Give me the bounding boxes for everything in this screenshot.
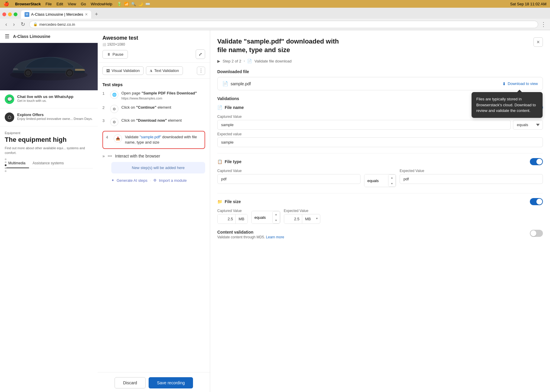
- expected-size-wrap: MB ▾: [284, 214, 321, 224]
- file-type-toggle[interactable]: [530, 158, 543, 165]
- stepper-2: ▲ ▼: [388, 174, 396, 187]
- expected-value-label-1: Expected value: [217, 132, 543, 136]
- mac-menubar: 🍎 BrowserStack File Edit View Go WindowH…: [0, 0, 550, 8]
- expected-size-unit: MB: [302, 214, 314, 224]
- breadcrumb-action: Validate file download: [254, 59, 292, 63]
- test-header: Awesome test ⬜ 1920×1080 ⏸ Pause ⤢: [98, 30, 210, 63]
- dots-icon: •••: [108, 154, 112, 158]
- unit-dropdown-icon[interactable]: ▾: [314, 214, 320, 224]
- pause-button[interactable]: ⏸ Pause: [102, 50, 128, 59]
- maximize-button[interactable]: [14, 12, 17, 16]
- stepper-down-3[interactable]: ▼: [273, 217, 280, 223]
- expected-size-input[interactable]: [284, 214, 302, 224]
- captured-value-input-1[interactable]: [217, 120, 511, 130]
- text-validation-label: Text Validation: [154, 68, 179, 73]
- interact-label: Interact with the browser: [115, 154, 160, 158]
- equipment-desc: Find out more about other available equi…: [5, 146, 93, 155]
- visual-icon: 🖼: [106, 69, 110, 73]
- discard-button[interactable]: Discard: [115, 377, 146, 388]
- moon-icon: 🌙: [138, 2, 143, 6]
- expected-value-input-1[interactable]: [217, 137, 543, 147]
- expand-button[interactable]: ⤢: [196, 49, 205, 59]
- nav-bar: ‹ › ↻ 🔒 mercedes-benz.co.in ⋮: [0, 19, 550, 30]
- pause-label: Pause: [112, 52, 123, 57]
- close-button[interactable]: ×: [533, 37, 543, 47]
- file-type-operator: Op ▲ ▼: [364, 169, 396, 187]
- file-name-icon: 📄: [217, 105, 222, 110]
- step-2-text: Click on "Continue" element: [121, 105, 205, 110]
- expand-arrows-icon: »: [102, 154, 105, 158]
- stepper-up-3[interactable]: ▲: [273, 211, 280, 217]
- browser-menu-button[interactable]: ⋮: [541, 21, 546, 28]
- tab-favicon: M: [25, 12, 29, 17]
- tab-multimedia[interactable]: Multimedia: [5, 159, 29, 168]
- menu-view[interactable]: View: [68, 2, 76, 6]
- menu-window[interactable]: WindowHelp: [91, 2, 112, 6]
- captured-value-input-2[interactable]: [217, 174, 361, 184]
- back-button[interactable]: ‹: [4, 21, 9, 28]
- operator-select-1[interactable]: equals contains starts with: [513, 120, 543, 130]
- browser-chrome: M A-Class Limousine | Mercedes × + ‹ › ↻…: [0, 8, 550, 30]
- stepper-up-2[interactable]: ▲: [388, 175, 395, 181]
- minimize-button[interactable]: [8, 12, 12, 16]
- browser-tab[interactable]: M A-Class Limousine | Mercedes ×: [21, 10, 91, 19]
- car-image: [0, 43, 98, 90]
- step-1-content: Open page "Sample PDF Files Download" ht…: [121, 91, 205, 100]
- equipment-heading: The equipment high: [5, 136, 93, 144]
- tooltip-text: Files are typically stored in Browsersta…: [476, 97, 536, 113]
- tab-close-button[interactable]: ×: [85, 12, 88, 17]
- download-link[interactable]: ⬇ Download to view: [502, 81, 538, 86]
- new-tab-button[interactable]: +: [92, 10, 100, 19]
- file-type-captured: Captured Value: [217, 169, 361, 187]
- tooltip-box: Files are typically stored in Browsersta…: [472, 92, 543, 118]
- file-type-icon: 📋: [217, 159, 222, 164]
- breadcrumb-separator: •: [244, 59, 245, 63]
- menu-edit[interactable]: Edit: [57, 2, 63, 6]
- stepper-down-2[interactable]: ▼: [388, 181, 395, 187]
- search-icon: 🔍: [131, 2, 136, 6]
- menu-go[interactable]: Go: [81, 2, 86, 6]
- step-1-num: 1: [102, 91, 107, 96]
- vi-file-type-header: 📋 File type: [217, 158, 543, 165]
- operator-input-3[interactable]: [252, 211, 272, 224]
- step-4-num: 4: [106, 134, 111, 139]
- close-button[interactable]: [2, 12, 6, 16]
- forward-button[interactable]: ›: [11, 21, 17, 28]
- step-1-url: https://www.filesamples.com: [121, 97, 205, 100]
- step-4-text: Validate "sample.pdf" downloaded with fi…: [125, 134, 202, 145]
- save-recording-button[interactable]: Save recording: [149, 377, 193, 388]
- pause-icon: ⏸: [107, 52, 111, 57]
- learn-more-link[interactable]: Learn more: [266, 235, 284, 239]
- vi-file-size-title: 📁 File size: [217, 199, 241, 204]
- svg-point-5: [67, 71, 72, 75]
- file-size-toggle[interactable]: [530, 198, 543, 205]
- nav-dot-1: [5, 158, 7, 160]
- step-4-icon: 📥: [114, 134, 122, 143]
- text-icon: 𝐀: [150, 69, 152, 73]
- tab-assistance[interactable]: Assistance systems: [29, 159, 67, 168]
- file-type-validation: 📋 File type Captured Value Op: [217, 158, 543, 187]
- breadcrumb: ▶ Step 2 of 2 • 📄 Validate file download: [217, 59, 543, 63]
- more-options-button[interactable]: ⋮: [197, 67, 205, 75]
- refresh-button[interactable]: ↻: [19, 20, 27, 28]
- file-icon: 📄: [222, 81, 228, 86]
- nav-dot-2: [5, 161, 7, 163]
- operator-input-2[interactable]: [364, 174, 388, 187]
- address-bar[interactable]: 🔒 mercedes-benz.co.in: [29, 21, 538, 28]
- hamburger-icon[interactable]: ☰: [5, 33, 9, 40]
- svg-rect-1: [13, 71, 85, 73]
- text-validation-tab[interactable]: 𝐀 Text Validation: [146, 66, 183, 75]
- expected-value-input-2[interactable]: [400, 174, 543, 184]
- steps-container: Test steps 1 🌐 Open page "Sample PDF Fil…: [98, 79, 210, 372]
- visual-validation-tab[interactable]: 🖼 Visual Validation: [102, 66, 144, 75]
- step-1-text: Open page "Sample PDF Files Download": [121, 91, 205, 96]
- sparkle-icon: ✦: [111, 178, 114, 182]
- vi-file-size-header: 📁 File size: [217, 198, 543, 205]
- content-validation-toggle[interactable]: [530, 230, 543, 237]
- vp-title: Validate "sample.pdf" downloaded with fi…: [217, 37, 348, 54]
- generate-ai-link[interactable]: Generate AI steps: [117, 178, 147, 183]
- captured-size-input[interactable]: [218, 214, 235, 224]
- import-module-link[interactable]: Import a module: [159, 178, 187, 183]
- menu-file[interactable]: File: [46, 2, 52, 6]
- file-size-icon: 📁: [217, 199, 222, 204]
